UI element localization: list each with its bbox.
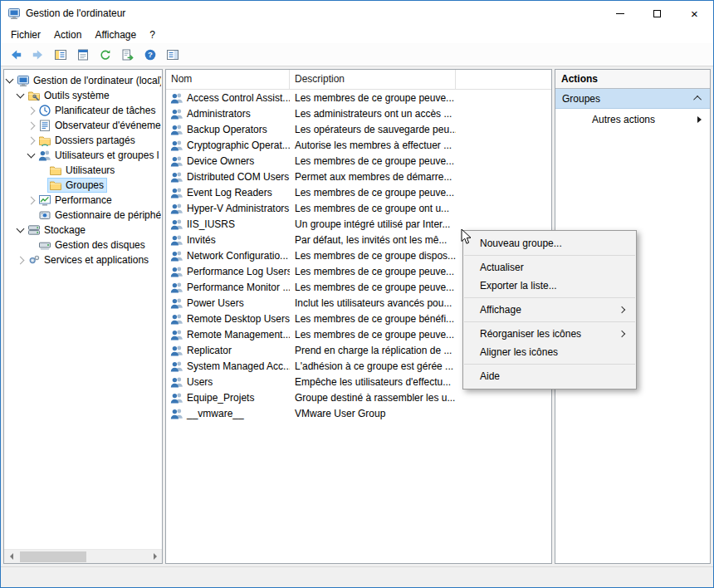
tree-item-content[interactable]: Gestionnaire de périphé — [37, 208, 162, 223]
tree-item-utilisateurs-et-groupes-l[interactable]: Utilisateurs et groupes l — [4, 148, 162, 163]
list-row-equipe-projets[interactable]: Equipe_ProjetsGroupe destiné à rassemble… — [166, 390, 551, 405]
chevron-right-icon[interactable] — [27, 196, 36, 204]
title-bar[interactable]: Gestion de l'ordinateur × — [1, 1, 713, 26]
tree-item-groupes[interactable]: Groupes — [4, 178, 162, 193]
group-icon — [170, 154, 183, 168]
list-row-event-log-readers[interactable]: Event Log ReadersLes membres de ce group… — [166, 184, 551, 200]
services-icon — [27, 253, 41, 267]
context-menu-item-affichage[interactable]: Affichage — [463, 301, 636, 319]
tree-item-observateur-d-eveneme[interactable]: Observateur d'événeme — [4, 118, 162, 133]
list-row-device-owners[interactable]: Device OwnersLes membres de ce groupe pe… — [166, 153, 551, 169]
group-icon — [170, 344, 183, 357]
chevron-right-icon[interactable] — [27, 136, 36, 145]
menu-fichier[interactable]: Fichier — [4, 27, 47, 42]
tree-item-gestionnaire-de-periphe[interactable]: Gestionnaire de périphé — [4, 208, 162, 223]
chevron-down-icon[interactable] — [6, 76, 14, 84]
tree-item-label: Utilisateurs — [66, 164, 115, 176]
refresh-button[interactable] — [95, 45, 115, 65]
chevron-right-icon[interactable] — [27, 121, 36, 130]
tree-item-content[interactable]: Planificateur de tâches — [37, 103, 159, 118]
tree-item-content[interactable]: Gestion des disques — [37, 238, 149, 252]
group-name-cell: Network Configuratio... — [166, 249, 290, 262]
tree-item-content[interactable]: Observateur d'événeme — [37, 118, 162, 133]
tree-item-gestion-des-disques[interactable]: Gestion des disques — [4, 238, 162, 252]
group-icon — [170, 202, 183, 215]
context-menu-item-exporter-la-liste[interactable]: Exporter la liste... — [463, 277, 636, 295]
close-button[interactable]: × — [676, 1, 713, 26]
tree-item-content[interactable]: Performance — [37, 193, 115, 208]
computer-management-window: Gestion de l'ordinateur × FichierActionA… — [0, 0, 714, 588]
list-row-distributed-com-users[interactable]: Distributed COM UsersPermet aux membres … — [166, 169, 551, 184]
context-menu-item-aligner-les-icones[interactable]: Aligner les icônes — [463, 343, 636, 361]
menu-item-label: Réorganiser les icônes — [480, 328, 619, 340]
back-button[interactable] — [6, 45, 26, 65]
tree-item-dossiers-partages[interactable]: Dossiers partagés — [4, 133, 162, 148]
tree-item-content[interactable]: Outils système — [26, 88, 113, 103]
chevron-right-icon[interactable] — [17, 256, 25, 264]
actions-section-groupes[interactable]: Groupes — [555, 89, 710, 109]
group-name: Network Configuratio... — [187, 250, 288, 262]
minimize-button[interactable] — [601, 1, 638, 26]
scroll-left-icon — [10, 553, 13, 560]
tree-item-content[interactable]: Services et applications — [26, 252, 152, 267]
list-row-administrators[interactable]: AdministratorsLes administrateurs ont un… — [166, 105, 551, 121]
group-name: Administrators — [187, 108, 251, 120]
chevron-down-icon[interactable] — [17, 225, 25, 233]
tree-item-gestion-de-l-ordinateur-local[interactable]: Gestion de l'ordinateur (local) — [4, 73, 162, 88]
group-icon — [170, 375, 183, 389]
scroll-right-button[interactable] — [148, 550, 162, 563]
show-hide-action-pane-button[interactable] — [163, 45, 183, 65]
properties-button[interactable] — [73, 45, 93, 65]
tree-item-content[interactable]: Gestion de l'ordinateur (local) — [15, 73, 162, 88]
tree-item-content[interactable]: Utilisateurs et groupes l — [37, 148, 162, 163]
menu-action[interactable]: Action — [47, 27, 88, 42]
event-icon — [38, 119, 51, 132]
forward-button[interactable] — [28, 45, 48, 65]
chevron-down-icon[interactable] — [27, 150, 36, 159]
tree-item-content[interactable]: Stockage — [26, 223, 89, 238]
group-description: VMware User Group — [290, 408, 456, 419]
tree-item-stockage[interactable]: Stockage — [4, 223, 162, 238]
context-menu-item-actualiser[interactable]: Actualiser — [463, 258, 636, 277]
tree-item-planificateur-de-taches[interactable]: Planificateur de tâches — [4, 103, 162, 118]
list-row-access-control-assist[interactable]: Access Control Assist...Les membres de c… — [166, 90, 551, 105]
chevron-right-icon[interactable] — [27, 106, 36, 115]
tree-selection[interactable]: Groupes — [47, 178, 107, 193]
submenu-chevron-icon — [619, 331, 625, 337]
scrollbar-thumb[interactable] — [20, 551, 86, 562]
column-header-nom[interactable]: Nom — [166, 70, 290, 89]
list-row-vmware[interactable]: __vmware__VMware User Group — [166, 405, 551, 421]
column-header-description[interactable]: Description — [290, 70, 456, 89]
tree-item-performance[interactable]: Performance — [4, 193, 162, 208]
tree-item-utilisateurs[interactable]: Utilisateurs — [4, 163, 162, 178]
group-description: Les administrateurs ont un accès ... — [290, 108, 456, 120]
tree-horizontal-scrollbar[interactable] — [4, 549, 162, 563]
list-row-hyper-v-administrators[interactable]: Hyper-V AdministratorsLes membres de ce … — [166, 200, 551, 216]
maximize-button[interactable] — [638, 1, 676, 26]
scroll-left-button[interactable] — [4, 550, 18, 563]
menu-?[interactable]: ? — [143, 27, 162, 42]
tree-item-outils-systeme[interactable]: Outils système — [4, 88, 162, 103]
tree-item-content[interactable]: Utilisateurs — [47, 163, 118, 178]
context-menu-item-reorganiser-les-icones[interactable]: Réorganiser les icônes — [463, 325, 636, 343]
list-row-cryptographic-operat[interactable]: Cryptographic Operat...Autorise les memb… — [166, 137, 551, 153]
export-list-button[interactable] — [118, 45, 138, 65]
tree-item-label: Services et applications — [44, 254, 149, 266]
tree-item-content[interactable]: Dossiers partagés — [37, 133, 139, 148]
group-name: IIS_IUSRS — [187, 218, 235, 230]
show-hide-console-tree-button[interactable] — [51, 45, 71, 65]
menu-affichage[interactable]: Affichage — [88, 27, 143, 42]
chevron-down-icon[interactable] — [17, 91, 25, 99]
menu-separator — [464, 321, 635, 322]
tree-item-label: Gestion de l'ordinateur (local) — [33, 75, 162, 86]
context-menu-item-nouveau-groupe[interactable]: Nouveau groupe... — [463, 234, 636, 252]
group-description: Les membres de ce groupe peuve... — [290, 92, 456, 104]
scrollbar-track[interactable] — [18, 550, 148, 563]
help-button[interactable]: ? — [140, 45, 160, 65]
tree-item-services-et-applications[interactable]: Services et applications — [4, 252, 162, 267]
list-row-backup-operators[interactable]: Backup OperatorsLes opérateurs de sauveg… — [166, 121, 551, 137]
autres-actions-item[interactable]: Autres actions — [555, 109, 710, 130]
context-menu-item-aide[interactable]: Aide — [463, 367, 636, 385]
group-icon — [170, 281, 183, 294]
group-description: Inclut les utilisateurs avancés pou... — [290, 297, 456, 309]
